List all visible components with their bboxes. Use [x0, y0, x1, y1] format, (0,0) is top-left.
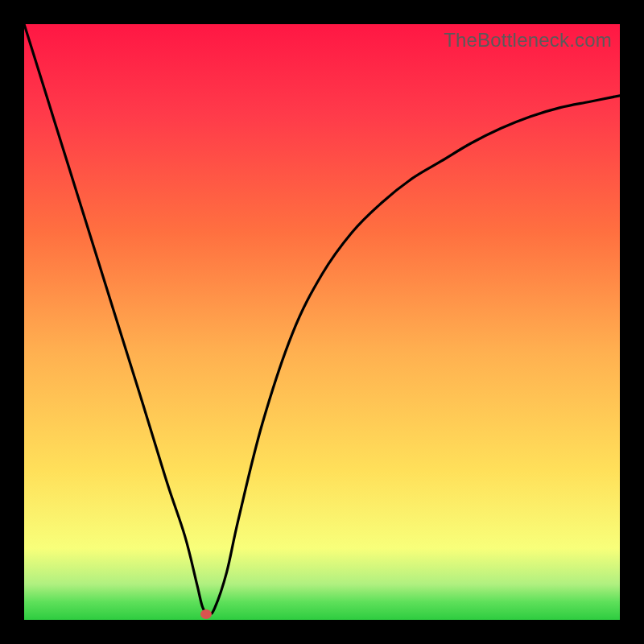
bottleneck-curve: [24, 24, 620, 620]
optimal-point-marker: [200, 609, 212, 619]
chart-frame: TheBottleneck.com: [0, 0, 644, 644]
plot-area: TheBottleneck.com: [24, 24, 620, 620]
